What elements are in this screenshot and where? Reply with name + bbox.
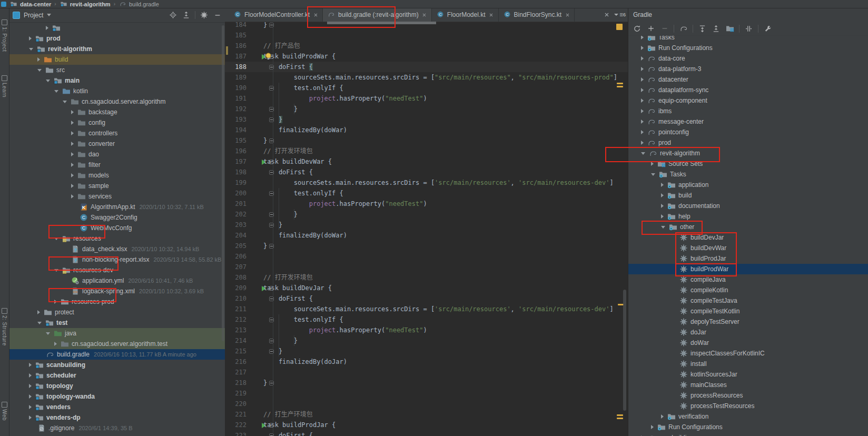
gradle-item-compiletestkotlin[interactable]: compileTestKotlin [628,306,868,316]
tab-floormodel-kt[interactable]: CFloorModel.kt [432,8,499,22]
project-item-config[interactable]: config [9,117,225,128]
gradle-item-compiletestjava[interactable]: compileTestJava [628,295,868,306]
gradle-item-tasks[interactable]: Tasks [628,169,868,180]
gradle-wrench-button[interactable] [763,24,772,33]
tree-expand-arrow[interactable] [37,322,42,324]
tab-build-gradle-revit-algorithm[interactable]: build.gradle (:revit-algorithm) [323,8,432,22]
gradle-item-buildprodjar[interactable]: buildProdJar [628,253,868,264]
breadcrumb-item-data-center[interactable]: data-center [9,0,51,9]
tree-expand-arrow[interactable] [37,69,42,72]
tree-expand-arrow[interactable] [29,36,32,41]
project-item-revit-algorithm[interactable]: revit-algorithm [9,44,225,54]
tree-expand-arrow[interactable] [641,88,644,92]
project-item-non-blocking-report-xlsx[interactable]: ?non-blocking-report.xlsx2020/5/13 14:58… [9,254,225,265]
breadcrumb-item-build-gradle[interactable]: build.gradle [119,0,159,9]
gradle-elephant-button[interactable] [679,24,688,33]
gradle-item-data-platform-3[interactable]: data-platform-3 [628,64,868,74]
project-item-venders-dp[interactable]: venders-dp [9,412,225,423]
hidden-tabs-dropdown[interactable]: ≡ 6 [614,11,626,18]
tool-window-button-1-project[interactable]: 1: Project [0,19,9,52]
tree-expand-arrow[interactable] [29,363,32,367]
tree-expand-arrow[interactable] [641,141,644,145]
tree-expand-arrow[interactable] [661,204,664,208]
tree-expand-arrow[interactable] [54,90,58,93]
project-item-cn-sagacloud-server-algorithm-test[interactable]: cn.sagacloud.server.algorithm.test [9,339,225,349]
tree-expand-arrow[interactable] [29,384,32,388]
warning-stripe-mark[interactable] [617,83,623,84]
tree-expand-arrow[interactable] [661,183,664,187]
gradle-item-compilejava[interactable]: compileJava [628,274,868,285]
tree-expand-arrow[interactable] [641,67,644,71]
project-item-build[interactable]: build [9,54,225,65]
gradle-item-source-sets[interactable]: Source Sets [628,158,868,169]
tree-expand-arrow[interactable] [37,57,40,62]
gradle-item-dowar[interactable]: doWar [628,338,868,348]
project-item-resources[interactable]: resources [9,233,225,244]
gradle-item-install[interactable]: install [628,359,868,369]
gradle-split-button[interactable] [744,24,753,33]
project-item-filter[interactable]: filter [9,160,225,170]
tree-expand-arrow[interactable] [641,46,644,50]
project-item-controllers[interactable]: controllers [9,128,225,138]
project-item-venders[interactable]: venders [9,402,225,412]
gradle-item-revit-algorithm[interactable]: revit-algorithm [628,148,868,158]
close-icon[interactable] [603,11,611,19]
project-item-converter[interactable]: converter [9,138,225,149]
tree-expand-arrow[interactable] [641,109,644,113]
tree-expand-arrow[interactable] [46,26,48,30]
project-item-build-gradle[interactable]: build.gradle2020/6/16 10:13, 11.77 kB A … [9,349,225,360]
tree-expand-arrow[interactable] [29,415,32,420]
tree-expand-arrow[interactable] [641,35,644,39]
chevron-down-icon[interactable] [47,14,51,16]
tree-expand-arrow[interactable] [71,110,74,114]
project-item-topology[interactable]: topology [9,381,225,391]
gradle-item-dojar[interactable]: doJar [628,327,868,338]
project-collapse-all-button[interactable] [182,11,191,19]
tree-expand-arrow[interactable] [661,193,664,197]
tree-expand-arrow[interactable] [71,163,74,167]
project-item-cn-sagacloud-server-algorithm[interactable]: cn.sagacloud.server.algorithm [9,96,225,107]
project-locate-button[interactable] [169,11,177,19]
gradle-item-build[interactable]: build [628,190,868,201]
gradle-item-processtestresources[interactable]: processTestResources [628,401,868,411]
gradle-collapse-all-button[interactable] [712,24,721,33]
gradle-item-message-center[interactable]: message-center [628,116,868,127]
project-item-application-yml[interactable]: application.yml2020/6/16 10:41, 7.46 kB [9,275,225,286]
gradle-item-run-configurations[interactable]: Run Configurations [628,43,868,53]
gradle-item-builddevwar[interactable]: buildDevWar [628,243,868,253]
tool-window-button-learn[interactable]: Learn [0,75,9,97]
gradle-item-processresources[interactable]: processResources [628,390,868,401]
tree-expand-arrow[interactable] [641,56,644,61]
warning-stripe-mark[interactable] [617,414,623,416]
tree-expand-arrow[interactable] [641,77,644,82]
project-item-kotlin[interactable]: kotlin [9,86,225,96]
gradle-item-verification[interactable]: verification [628,411,868,422]
tree-expand-arrow[interactable] [54,300,57,304]
gradle-item-run-configurations[interactable]: Run Configurations [628,422,868,432]
project-item-main[interactable]: main [9,75,225,86]
gradle-item-application[interactable]: application [628,180,868,190]
project-item-topology-wanda[interactable]: topology-wanda [9,391,225,402]
tab-bindfloorsync-kt[interactable]: CBindFloorSync.kt [499,8,575,22]
tree-expand-arrow[interactable] [641,98,644,103]
gradle-item-equip-component[interactable]: equip-component [628,95,868,106]
tree-expand-arrow[interactable] [71,194,74,199]
project-item-swagger2config[interactable]: CSwagger2Config [9,212,225,223]
tab-floormodelcontroller-kt[interactable]: CFloorModelController.kt [229,8,323,22]
project-item-sample[interactable]: sample [9,181,225,191]
gradle-item-kotlinsourcesjar[interactable]: kotlinSourcesJar [628,369,868,380]
tree-expand-arrow[interactable] [54,237,58,240]
tree-expand-arrow[interactable] [37,310,40,314]
gradle-minus-button[interactable] [660,24,669,33]
gradle-item-buildprodwar[interactable]: buildProdWar [628,264,868,274]
tree-expand-arrow[interactable] [651,425,654,429]
gradle-item-other[interactable]: other [628,222,868,232]
project-item-scheduler[interactable]: scheduler [9,370,225,381]
tab-close-icon[interactable] [489,12,494,17]
project-settings-button[interactable] [200,11,209,19]
project-item-logback-spring-xml[interactable]: <>logback-spring.xml2020/1/10 10:32, 3.6… [9,286,225,296]
gradle-refresh-button[interactable] [633,24,642,33]
tree-expand-arrow[interactable] [641,152,645,155]
gradle-item-dataplatform-sync[interactable]: dataplatform-sync [628,85,868,95]
tree-expand-arrow[interactable] [651,173,655,176]
